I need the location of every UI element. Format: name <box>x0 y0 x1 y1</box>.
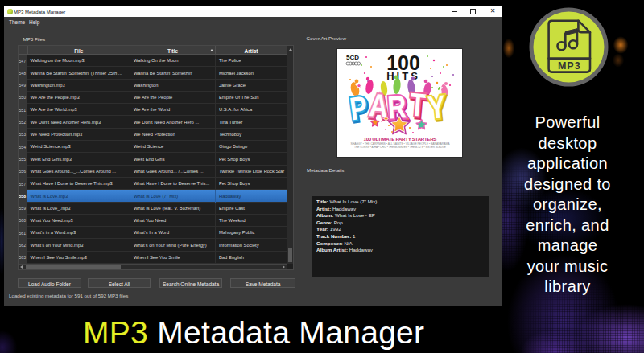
svg-text:HITS: HITS <box>386 70 420 82</box>
svg-text:THE CORRS • A-HA • CHIC • THE: THE CORRS • A-HA • CHIC • THE MONKEES • … <box>354 145 446 149</box>
svg-text:100 ULTIMATE PARTY STARTERS: 100 ULTIMATE PARTY STARTERS <box>364 136 437 142</box>
svg-text:MP3: MP3 <box>558 60 581 72</box>
svg-text:T: T <box>408 86 427 124</box>
svg-text:5CD: 5CD <box>346 54 359 61</box>
